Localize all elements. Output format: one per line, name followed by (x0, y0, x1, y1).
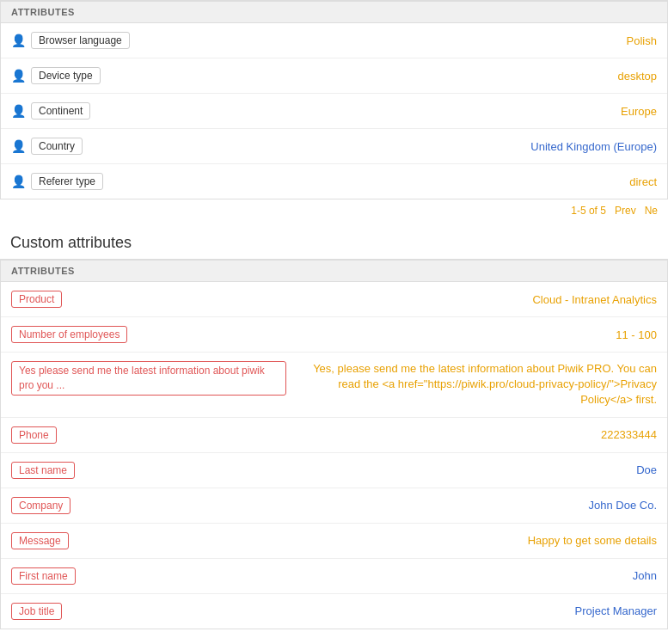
attr-tag-employees[interactable]: Number of employees (11, 326, 127, 343)
attr-value-employees: 11 - 100 (136, 328, 657, 341)
attr-tag-browser-language[interactable]: Browser language (31, 32, 130, 49)
attr-row-country: 👤 Country United Kingdom (Europe) (1, 129, 667, 164)
attr-left: 👤 Browser language (11, 32, 130, 49)
attr-row-first-name: First name John (1, 559, 667, 594)
custom-attributes-header: ATTRIBUTES (1, 260, 667, 282)
attr-value-browser-language: Polish (138, 34, 657, 47)
attr-tag-job-title[interactable]: Job title (11, 603, 62, 620)
attr-value-device-type: desktop (109, 70, 657, 83)
attr-row-continent: 👤 Continent Europe (1, 94, 667, 129)
attr-left: Company (11, 497, 70, 514)
attr-left: 👤 Device type (11, 67, 101, 84)
attr-value-message: Happy to get some details (77, 534, 657, 547)
attr-value-first-name: John (84, 569, 657, 582)
attr-left: 👤 Continent (11, 102, 90, 120)
attr-tag-consent[interactable]: Yes please send me the latest informatio… (11, 361, 286, 396)
pagination: 1-5 of 5 Prev Ne (0, 199, 668, 222)
attr-row-company: Company John Doe Co. (1, 488, 667, 524)
attr-tag-country[interactable]: Country (31, 138, 83, 155)
attr-value-country: United Kingdom (Europe) (91, 140, 657, 153)
attr-row-consent: Yes please send me the latest informatio… (1, 353, 667, 418)
person-icon: 👤 (11, 34, 26, 47)
attr-left: Product (11, 291, 62, 308)
pagination-info: 1-5 of 5 (571, 205, 606, 217)
person-icon: 👤 (11, 104, 26, 118)
attr-tag-product[interactable]: Product (11, 291, 62, 308)
attr-left: Job title (11, 603, 62, 620)
attr-left: First name (11, 567, 76, 585)
attr-tag-continent[interactable]: Continent (31, 102, 90, 120)
person-icon: 👤 (11, 139, 26, 153)
person-icon: 👤 (11, 175, 26, 188)
attr-value-product: Cloud - Intranet Analytics (70, 293, 657, 306)
attr-row-device-type: 👤 Device type desktop (1, 58, 667, 94)
person-icon: 👤 (11, 69, 26, 83)
attr-row-referer-type: 👤 Referer type direct (1, 164, 667, 199)
attr-left: Last name (11, 462, 75, 479)
attr-tag-device-type[interactable]: Device type (31, 67, 101, 84)
attr-value-referer-type: direct (112, 175, 657, 188)
attr-tag-first-name[interactable]: First name (11, 567, 76, 585)
pagination-next[interactable]: Ne (645, 205, 658, 217)
attr-row-phone: Phone 222333444 (1, 418, 667, 453)
attr-tag-referer-type[interactable]: Referer type (31, 173, 103, 190)
attr-tag-phone[interactable]: Phone (11, 426, 57, 444)
attr-tag-company[interactable]: Company (11, 497, 70, 514)
attr-left: Number of employees (11, 326, 127, 343)
attr-tag-last-name[interactable]: Last name (11, 462, 75, 479)
attr-row-last-name: Last name Doe (1, 453, 667, 488)
attr-row-browser-language: 👤 Browser language Polish (1, 23, 667, 58)
top-attributes-list: 👤 Browser language Polish 👤 Device type … (1, 23, 667, 199)
attr-value-job-title: Project Manager (70, 604, 657, 617)
attr-left-consent: Yes please send me the latest informatio… (11, 361, 286, 396)
pagination-prev[interactable]: Prev (615, 205, 636, 217)
attr-left: 👤 Country (11, 138, 83, 155)
attr-left: Message (11, 532, 69, 549)
attr-row-employees: Number of employees 11 - 100 (1, 317, 667, 353)
attr-row-job-title: Job title Project Manager (1, 594, 667, 629)
attr-value-continent: Europe (99, 105, 657, 118)
custom-attributes-title: Custom attributes (0, 222, 668, 259)
top-attributes-header: ATTRIBUTES (1, 1, 667, 23)
attr-tag-message[interactable]: Message (11, 532, 69, 549)
attr-value-consent: Yes, please send me the latest informati… (295, 361, 657, 408)
attr-value-phone: 222333444 (65, 428, 657, 441)
attr-row-message: Message Happy to get some details (1, 524, 667, 559)
attr-value-last-name: Doe (83, 463, 657, 476)
attr-value-company: John Doe Co. (79, 499, 657, 512)
attr-row-product: Product Cloud - Intranet Analytics (1, 282, 667, 317)
attr-left: Phone (11, 426, 57, 444)
attr-left: 👤 Referer type (11, 173, 103, 190)
